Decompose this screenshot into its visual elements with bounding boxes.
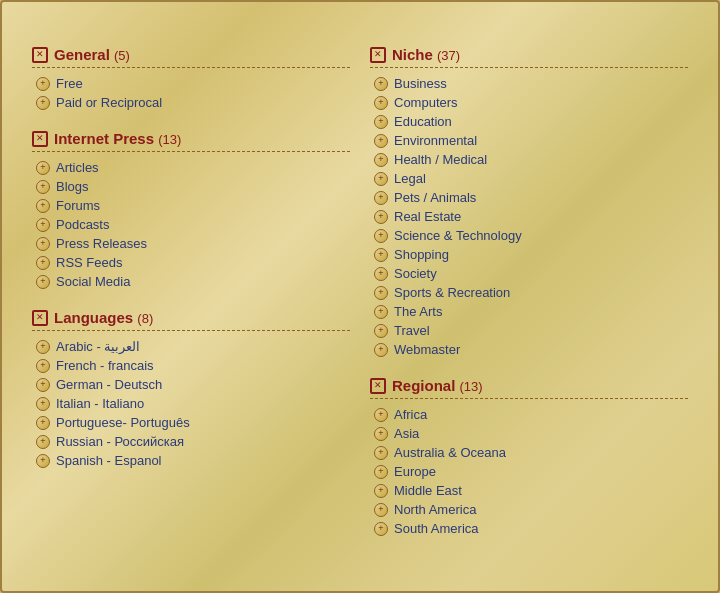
plus-circle-icon	[36, 416, 50, 430]
list-item: Forums	[36, 198, 350, 213]
list-item: Africa	[374, 407, 688, 422]
section-count: (13)	[158, 132, 181, 147]
list-item: North America	[374, 502, 688, 517]
plus-circle-icon	[374, 77, 388, 91]
item-link[interactable]: Business	[394, 76, 447, 91]
item-link[interactable]: German - Deutsch	[56, 377, 162, 392]
item-link[interactable]: Africa	[394, 407, 427, 422]
item-link[interactable]: Australia & Oceana	[394, 445, 506, 460]
section-title: Niche (37)	[392, 46, 460, 63]
section-count: (8)	[137, 311, 153, 326]
list-item: Legal	[374, 171, 688, 186]
plus-circle-icon	[36, 237, 50, 251]
list-item: Paid or Reciprocal	[36, 95, 350, 110]
item-link[interactable]: Computers	[394, 95, 458, 110]
item-link[interactable]: Sports & Recreation	[394, 285, 510, 300]
item-link[interactable]: Webmaster	[394, 342, 460, 357]
item-link[interactable]: North America	[394, 502, 476, 517]
item-link[interactable]: Forums	[56, 198, 100, 213]
list-item: Europe	[374, 464, 688, 479]
plus-circle-icon	[36, 275, 50, 289]
plus-circle-icon	[374, 522, 388, 536]
list-item: Computers	[374, 95, 688, 110]
plus-circle-icon	[374, 153, 388, 167]
plus-circle-icon	[36, 256, 50, 270]
item-link[interactable]: Press Releases	[56, 236, 147, 251]
list-item: Shopping	[374, 247, 688, 262]
item-link[interactable]: Italian - Italiano	[56, 396, 144, 411]
item-link[interactable]: Free	[56, 76, 83, 91]
item-link[interactable]: Blogs	[56, 179, 89, 194]
item-link[interactable]: Articles	[56, 160, 99, 175]
list-item: Free	[36, 76, 350, 91]
list-item: Press Releases	[36, 236, 350, 251]
item-link[interactable]: Health / Medical	[394, 152, 487, 167]
list-item: South America	[374, 521, 688, 536]
plus-circle-icon	[36, 454, 50, 468]
list-item: Articles	[36, 160, 350, 175]
section-languages: Languages (8)Arabic - العربيةFrench - fr…	[32, 309, 350, 468]
item-link[interactable]: Middle East	[394, 483, 462, 498]
plus-circle-icon	[36, 397, 50, 411]
item-link[interactable]: Education	[394, 114, 452, 129]
list-item: The Arts	[374, 304, 688, 319]
columns-wrapper: General (5)FreePaid or ReciprocalInterne…	[32, 46, 688, 556]
list-item: Portuguese- Português	[36, 415, 350, 430]
section-items: AfricaAsiaAustralia & OceanaEuropeMiddle…	[370, 407, 688, 536]
item-link[interactable]: Shopping	[394, 247, 449, 262]
plus-circle-icon	[36, 77, 50, 91]
left-column: General (5)FreePaid or ReciprocalInterne…	[32, 46, 350, 556]
list-item: German - Deutsch	[36, 377, 350, 392]
plus-circle-icon	[36, 180, 50, 194]
section-regional: Regional (13)AfricaAsiaAustralia & Ocean…	[370, 377, 688, 536]
item-link[interactable]: Legal	[394, 171, 426, 186]
item-link[interactable]: Social Media	[56, 274, 130, 289]
item-link[interactable]: South America	[394, 521, 479, 536]
plus-circle-icon	[374, 191, 388, 205]
item-link[interactable]: Portuguese- Português	[56, 415, 190, 430]
item-link[interactable]: Arabic - العربية	[56, 339, 140, 354]
section-internet-press: Internet Press (13)ArticlesBlogsForumsPo…	[32, 130, 350, 289]
list-item: Science & Technology	[374, 228, 688, 243]
list-item: French - francais	[36, 358, 350, 373]
list-item: Business	[374, 76, 688, 91]
list-item: Sports & Recreation	[374, 285, 688, 300]
item-link[interactable]: Russian - Российская	[56, 434, 184, 449]
list-item: Australia & Oceana	[374, 445, 688, 460]
list-item: Webmaster	[374, 342, 688, 357]
item-link[interactable]: French - francais	[56, 358, 154, 373]
item-link[interactable]: Society	[394, 266, 437, 281]
list-item: Environmental	[374, 133, 688, 148]
list-item: Russian - Российская	[36, 434, 350, 449]
plus-circle-icon	[374, 446, 388, 460]
section-header-languages: Languages (8)	[32, 309, 350, 326]
section-count: (13)	[460, 379, 483, 394]
item-link[interactable]: Environmental	[394, 133, 477, 148]
section-divider	[370, 398, 688, 399]
item-link[interactable]: Real Estate	[394, 209, 461, 224]
plus-circle-icon	[374, 248, 388, 262]
section-general: General (5)FreePaid or Reciprocal	[32, 46, 350, 110]
section-items: Arabic - العربيةFrench - francaisGerman …	[32, 339, 350, 468]
plus-circle-icon	[374, 229, 388, 243]
section-x-icon	[370, 378, 386, 394]
item-link[interactable]: Podcasts	[56, 217, 109, 232]
list-item: Pets / Animals	[374, 190, 688, 205]
plus-circle-icon	[374, 115, 388, 129]
plus-circle-icon	[374, 427, 388, 441]
list-item: Health / Medical	[374, 152, 688, 167]
item-link[interactable]: Asia	[394, 426, 419, 441]
item-link[interactable]: Travel	[394, 323, 430, 338]
item-link[interactable]: RSS Feeds	[56, 255, 122, 270]
section-x-icon	[32, 310, 48, 326]
item-link[interactable]: Science & Technology	[394, 228, 522, 243]
item-link[interactable]: Paid or Reciprocal	[56, 95, 162, 110]
item-link[interactable]: Spanish - Espanol	[56, 453, 162, 468]
item-link[interactable]: Pets / Animals	[394, 190, 476, 205]
plus-circle-icon	[36, 199, 50, 213]
section-count: (5)	[114, 48, 130, 63]
plus-circle-icon	[36, 378, 50, 392]
item-link[interactable]: Europe	[394, 464, 436, 479]
page-wrapper: General (5)FreePaid or ReciprocalInterne…	[0, 0, 720, 593]
item-link[interactable]: The Arts	[394, 304, 442, 319]
